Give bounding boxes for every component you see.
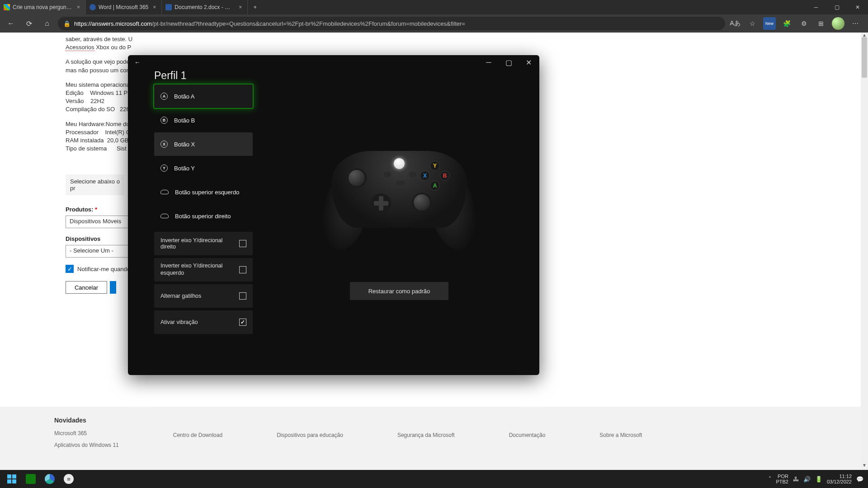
footer-link[interactable]: Centro de Download	[173, 432, 222, 438]
extensions-icon[interactable]: 🧩	[780, 17, 793, 30]
collections-icon[interactable]: ⊞	[815, 17, 827, 30]
toggle-item[interactable]: Inverter eixo Y/direcional esquerdo	[154, 258, 253, 282]
toggle-item[interactable]: Inverter eixo Y/direcional direito	[154, 232, 253, 255]
window-close-button[interactable]: ✕	[847, 0, 868, 14]
tab-3[interactable]: Documento 2.docx - Microsoft W ×	[162, 0, 248, 14]
tab-label: Word | Microsoft 365	[99, 4, 148, 10]
tab-1[interactable]: Crie uma nova pergunta ou inici ×	[0, 0, 86, 14]
window-close-button[interactable]: ✕	[519, 56, 538, 69]
page-body: saber, através de teste. U Acessorios Xb…	[0, 33, 868, 470]
checkbox-icon[interactable]	[239, 319, 246, 326]
new-tab-button[interactable]: +	[248, 4, 262, 10]
home-button[interactable]: ⌂	[40, 16, 54, 31]
dpad-icon	[371, 193, 391, 213]
read-aloud-icon[interactable]: Aあ	[729, 17, 741, 30]
footer-link[interactable]: Microsoft 365	[54, 430, 119, 436]
body-text: Windows 11 P	[90, 89, 127, 96]
start-button[interactable]	[3, 470, 21, 488]
controller-image: Y X B A	[322, 142, 476, 255]
share-button-icon	[396, 181, 405, 185]
remap-button-label: Botão superior esquerdo	[175, 189, 239, 196]
edge-app-button[interactable]	[41, 470, 59, 488]
page-footer: Novidades Microsoft 365 Aplicativos do W…	[0, 407, 868, 470]
extension-new-icon[interactable]: New	[763, 17, 776, 30]
refresh-button[interactable]: ⟳	[22, 16, 36, 31]
checkbox-icon[interactable]	[239, 240, 246, 247]
browser-titlebar: Crie uma nova pergunta ou inici × Word |…	[0, 0, 868, 14]
scrollbar-thumb[interactable]	[862, 37, 867, 78]
tab-2[interactable]: Word | Microsoft 365 ×	[86, 0, 162, 14]
battery-icon[interactable]: 🔋	[815, 476, 822, 483]
close-icon[interactable]: ×	[151, 4, 158, 10]
menu-button-icon	[409, 172, 416, 177]
checkbox-icon[interactable]	[239, 292, 246, 300]
window-minimize-button[interactable]: ─	[806, 0, 826, 14]
xbox-app-button[interactable]	[22, 470, 40, 488]
submit-button[interactable]	[110, 281, 116, 294]
more-icon[interactable]: ⋯	[849, 17, 862, 30]
body-text: Meu sistema operaciona	[66, 81, 130, 88]
body-text: A solução que vejo pode	[66, 58, 130, 65]
body-text: Intel(R) C	[105, 129, 130, 136]
notifications-icon[interactable]: 💬	[856, 476, 863, 483]
footer-link[interactable]: Sobre a Microsoft	[599, 432, 642, 438]
profile-avatar[interactable]	[832, 17, 844, 30]
toggle-item[interactable]: Ativar vibração	[154, 310, 253, 334]
word-icon	[90, 4, 96, 10]
window-maximize-button[interactable]: ▢	[826, 0, 847, 14]
body-text: Edição	[66, 89, 84, 96]
restore-default-button[interactable]: Restaurar como padrão	[350, 282, 448, 300]
window-maximize-button[interactable]: ▢	[499, 56, 519, 69]
remap-button-item[interactable]: Botão superior esquerdo	[154, 180, 253, 204]
tab-label: Crie uma nova pergunta ou inici	[13, 4, 72, 10]
face-button-icon: B	[160, 117, 168, 124]
body-text: Sist	[117, 145, 127, 152]
left-stick-icon	[347, 168, 367, 188]
volume-icon[interactable]: 🔊	[803, 476, 811, 483]
remap-button-item[interactable]: ABotão A	[154, 84, 253, 108]
checkbox-icon[interactable]	[239, 266, 246, 273]
app-button[interactable]: ≡	[60, 470, 78, 488]
body-text: 20,0 GB	[107, 137, 129, 144]
lock-icon: 🔒	[63, 20, 71, 27]
cancel-button[interactable]: Cancelar	[66, 281, 107, 294]
favorite-icon[interactable]: ☆	[746, 17, 759, 30]
address-bar[interactable]: 🔒 https://answers.microsoft.com/pt-br/ne…	[58, 17, 725, 30]
face-a-icon: A	[430, 181, 440, 191]
settings-icon[interactable]: ⚙	[797, 17, 810, 30]
url-path: /pt-br/newthread?threadtype=Questions&ca…	[152, 20, 465, 27]
back-button[interactable]: ←	[134, 59, 141, 66]
face-y-icon: Y	[430, 161, 440, 171]
remap-button-item[interactable]: YBotão Y	[154, 156, 253, 180]
close-icon[interactable]: ×	[75, 4, 82, 10]
profile-title: Perfil 1	[154, 70, 259, 82]
remap-button-item[interactable]: XBotão X	[154, 132, 253, 156]
page-scrollbar[interactable]: ▲ ▼	[861, 33, 868, 470]
footer-link[interactable]: Documentação	[509, 432, 546, 438]
body-text: saber, através de teste. U	[66, 36, 132, 42]
section-hint: Selecione abaixo o pr	[66, 174, 124, 195]
footer-link[interactable]: Segurança da Microsoft	[397, 432, 455, 438]
close-icon[interactable]: ×	[237, 4, 244, 10]
view-button-icon	[384, 172, 391, 177]
url-host: https://answers.microsoft.com	[74, 20, 152, 27]
language-indicator[interactable]: PORPTB2	[776, 474, 788, 484]
footer-heading: Novidades	[54, 417, 119, 424]
remap-button-label: Botão A	[174, 93, 195, 100]
window-minimize-button[interactable]: ─	[479, 56, 499, 69]
back-button[interactable]: ←	[4, 16, 18, 31]
toggle-item[interactable]: Alternar gatilhos	[154, 284, 253, 308]
remap-button-item[interactable]: BBotão B	[154, 108, 253, 132]
clock[interactable]: 11:1203/12/2022	[827, 474, 852, 484]
footer-link[interactable]: Dispositivos para educação	[277, 432, 343, 438]
footer-link[interactable]: Aplicativos do Windows 11	[54, 442, 119, 448]
ms-logo-icon	[4, 4, 10, 10]
body-text: RAM instalada	[66, 137, 104, 144]
remap-button-item[interactable]: Botão superior direito	[154, 204, 253, 228]
network-icon[interactable]: 🖧	[793, 476, 799, 483]
notify-checkbox[interactable]: ✓	[66, 265, 74, 273]
scroll-down-arrow-icon[interactable]: ▼	[861, 463, 868, 470]
tray-overflow-icon[interactable]: ˄	[769, 476, 771, 482]
face-x-icon: X	[420, 171, 430, 181]
remap-button-label: Botão B	[174, 117, 195, 124]
